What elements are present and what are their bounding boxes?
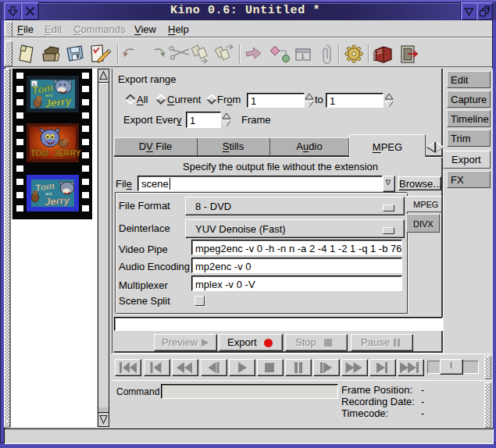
svg-text:Jerry: Jerry xyxy=(44,194,70,208)
svg-text:JERRY: JERRY xyxy=(54,148,81,158)
svg-text:1: 1 xyxy=(301,52,305,60)
svg-text:TOM: TOM xyxy=(30,148,48,158)
